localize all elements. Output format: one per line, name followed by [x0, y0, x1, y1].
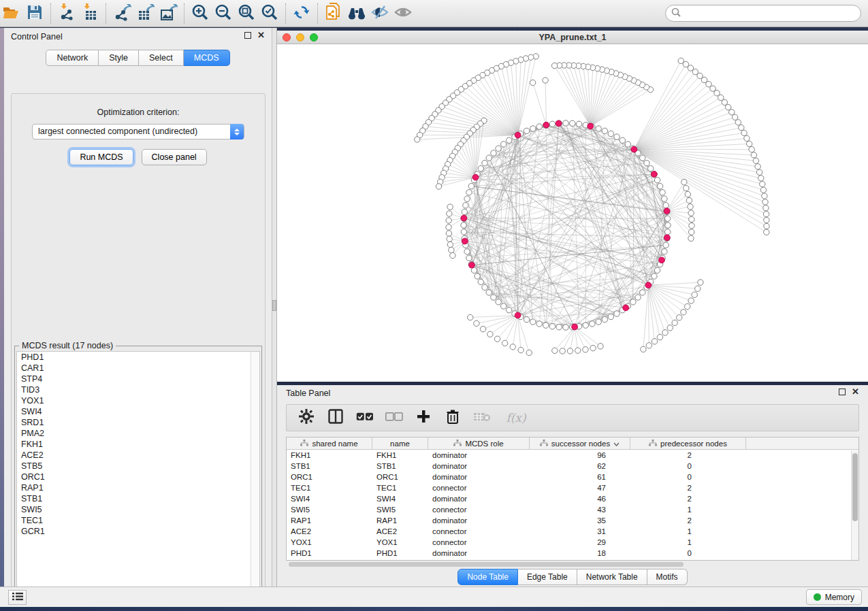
- float-table-panel-icon[interactable]: [839, 389, 846, 395]
- network-graph[interactable]: [277, 44, 868, 381]
- node-table[interactable]: shared namenameMCDS rolesuccessor nodesp…: [286, 437, 859, 561]
- table-row[interactable]: STB1STB1dominator620: [287, 461, 858, 472]
- show-columns-button[interactable]: [327, 409, 344, 427]
- first-neighbors-button[interactable]: [345, 2, 368, 25]
- tree-icon: [540, 440, 548, 448]
- splitter-handle[interactable]: [272, 300, 276, 311]
- tab-motifs[interactable]: Motifs: [647, 569, 688, 585]
- hide-selected-button[interactable]: [368, 2, 391, 25]
- export-network-button[interactable]: [110, 2, 133, 25]
- table-vertical-scrollbar[interactable]: [851, 450, 858, 560]
- tab-node-table[interactable]: Node Table: [457, 569, 518, 585]
- import-network-button[interactable]: [55, 2, 78, 25]
- result-node[interactable]: GCR1: [17, 526, 259, 537]
- float-panel-icon[interactable]: [244, 32, 251, 39]
- tab-select[interactable]: Select: [139, 50, 184, 66]
- result-node[interactable]: SWI4: [17, 406, 259, 417]
- select-all-button[interactable]: [356, 409, 374, 427]
- table-row[interactable]: YOX1YOX1connector291: [287, 537, 858, 548]
- table-row[interactable]: PHD1PHD1dominator180: [287, 548, 858, 559]
- open-session-button[interactable]: [0, 2, 23, 25]
- close-window-icon[interactable]: [283, 33, 291, 42]
- table-row[interactable]: SWI4SWI4dominator462: [287, 493, 858, 504]
- zoom-out-button[interactable]: [212, 2, 235, 25]
- network-canvas[interactable]: [277, 44, 868, 381]
- tab-edge-table[interactable]: Edge Table: [518, 569, 577, 585]
- result-node[interactable]: RAP1: [17, 482, 259, 493]
- delete-column-button[interactable]: [444, 409, 462, 427]
- result-node[interactable]: STB1: [17, 493, 259, 504]
- result-node[interactable]: SWI5: [17, 504, 259, 515]
- result-node[interactable]: SRD1: [17, 417, 259, 428]
- task-history-button[interactable]: [8, 590, 27, 605]
- mcds-result-list[interactable]: PHD1CAR1STP4TID3YOX1SWI4SRD1PMA2FKH1ACE2…: [16, 351, 260, 597]
- cell-mcds_role: connector: [428, 538, 530, 546]
- run-mcds-button[interactable]: Run MCDS: [69, 149, 133, 165]
- table-row[interactable]: FKH1FKH1dominator962: [287, 450, 858, 461]
- maximize-window-icon[interactable]: [310, 33, 318, 42]
- result-node[interactable]: ORC1: [17, 472, 259, 482]
- table-row[interactable]: ORC1ORC1dominator610: [287, 472, 858, 482]
- memory-button[interactable]: Memory: [806, 589, 862, 605]
- mcds-panel: Optimization criterion: largest connecte…: [11, 93, 266, 603]
- cell-predecessor_nodes: 1: [630, 527, 746, 535]
- close-panel-icon[interactable]: ✕: [257, 32, 265, 39]
- export-image-button[interactable]: [157, 2, 180, 25]
- scrollbar-thumb[interactable]: [852, 453, 858, 521]
- show-all-button[interactable]: [391, 2, 415, 25]
- table-row[interactable]: ACE2ACE2connector311: [287, 526, 858, 537]
- result-node[interactable]: PMA2: [17, 428, 259, 439]
- result-node[interactable]: ACE2: [17, 450, 259, 461]
- result-scrollbar[interactable]: [251, 352, 259, 597]
- result-node[interactable]: FKH1: [17, 439, 259, 450]
- column-header-predecessor-nodes[interactable]: predecessor nodes: [630, 437, 746, 449]
- optimization-criterion-select[interactable]: largest connected component (undirected): [32, 124, 244, 139]
- result-node[interactable]: PHD1: [17, 352, 259, 363]
- close-table-panel-icon[interactable]: ✕: [852, 389, 859, 395]
- result-node[interactable]: STP4: [17, 374, 259, 384]
- result-node[interactable]: YOX1: [17, 395, 259, 406]
- zoom-selected-button[interactable]: [258, 2, 281, 25]
- column-header-name[interactable]: name: [372, 437, 428, 449]
- close-panel-button[interactable]: Close panel: [142, 149, 207, 165]
- import-table-button[interactable]: [78, 2, 101, 25]
- gear-icon: [299, 409, 314, 427]
- zoom-out-icon: [214, 3, 232, 24]
- export-table-button[interactable]: [133, 2, 157, 25]
- column-header-successor-nodes[interactable]: successor nodes: [530, 437, 630, 449]
- tab-network[interactable]: Network: [46, 50, 99, 66]
- result-node[interactable]: TEC1: [17, 515, 259, 526]
- table-settings-button[interactable]: [298, 409, 315, 427]
- save-session-button[interactable]: [23, 2, 46, 25]
- column-header-MCDS-role[interactable]: MCDS role: [428, 437, 530, 449]
- open-folder-icon: [3, 5, 20, 22]
- add-column-button[interactable]: [415, 409, 432, 427]
- result-node[interactable]: CAR1: [17, 363, 259, 374]
- tab-style[interactable]: Style: [99, 50, 139, 66]
- column-header-shared-name[interactable]: shared name: [287, 437, 372, 449]
- network-window-titlebar[interactable]: YPA_prune.txt_1: [277, 31, 868, 44]
- deselect-all-button[interactable]: [385, 409, 403, 427]
- table-row[interactable]: TEC1TEC1connector472: [287, 482, 858, 493]
- scrollbar-thumb[interactable]: [289, 562, 684, 567]
- cell-shared_name: SWI4: [287, 495, 372, 503]
- result-node[interactable]: STB5: [17, 461, 259, 472]
- search-input[interactable]: [681, 7, 861, 20]
- cell-successor_nodes: 62: [530, 462, 630, 470]
- table-row[interactable]: SWI5SWI5connector431: [287, 504, 858, 515]
- tree-icon: [300, 440, 308, 448]
- minimize-window-icon[interactable]: [296, 33, 304, 42]
- zoom-in-button[interactable]: [189, 2, 212, 25]
- tab-network-table[interactable]: Network Table: [577, 569, 647, 585]
- tab-mcds[interactable]: MCDS: [184, 50, 230, 66]
- zoom-fit-button[interactable]: [235, 2, 258, 25]
- network-search-box[interactable]: [665, 5, 861, 22]
- refresh-button[interactable]: [290, 2, 313, 25]
- function-builder-button-disabled: f(x): [502, 409, 530, 427]
- table-horizontal-scrollbar[interactable]: [286, 562, 859, 567]
- vertical-splitter[interactable]: [272, 28, 277, 587]
- share-document-button[interactable]: [322, 2, 345, 25]
- cell-mcds_role: dominator: [428, 549, 530, 557]
- table-row[interactable]: RAP1RAP1dominator352: [287, 515, 858, 526]
- result-node[interactable]: TID3: [17, 384, 259, 395]
